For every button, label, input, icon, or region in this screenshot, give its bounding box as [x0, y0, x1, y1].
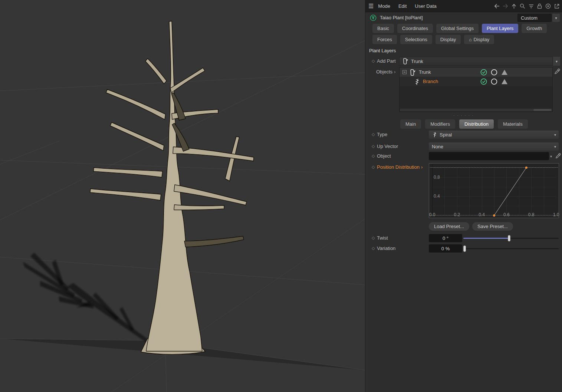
tree-shadow: [23, 253, 160, 351]
eyedropper-icon[interactable]: [554, 68, 561, 75]
type-row: ◇ Type Spiral ▾: [365, 131, 562, 139]
visibility-circle-icon[interactable]: [491, 78, 497, 85]
external-link-icon[interactable]: [553, 3, 560, 9]
tree-row-trunk[interactable]: Trunk: [400, 67, 552, 77]
tree-item-name[interactable]: Trunk: [419, 69, 431, 75]
collapse-box-icon[interactable]: [402, 70, 407, 74]
tab-materials[interactable]: Materials: [498, 119, 528, 129]
add-part-dropdown-arrow[interactable]: ▾: [553, 57, 560, 66]
load-preset-button[interactable]: Load Preset...: [429, 222, 469, 231]
chevron-down-icon: ▾: [554, 145, 556, 149]
tab-coordinates[interactable]: Coordinates: [397, 24, 433, 33]
menu-mode[interactable]: Mode: [378, 3, 390, 9]
visibility-circle-icon[interactable]: [491, 69, 497, 76]
up-vector-row: ◇ Up Vector None ▾: [365, 142, 562, 151]
twist-slider-handle[interactable]: [508, 235, 510, 241]
render-triangle-icon[interactable]: [501, 69, 508, 75]
object-link-field[interactable]: [429, 152, 549, 160]
render-triangle-icon[interactable]: [501, 79, 508, 85]
tab-display-hud[interactable]: ⌂Display: [464, 35, 494, 44]
menu-user-data[interactable]: User Data: [415, 3, 437, 9]
search-icon[interactable]: [519, 3, 526, 9]
curve-point[interactable]: [525, 167, 528, 169]
object-label: Object: [377, 153, 391, 159]
position-distribution-graph[interactable]: 0.80.4 0.00.20.40.60.81.0: [429, 163, 559, 218]
tab-distribution[interactable]: Distribution: [459, 119, 494, 129]
branch-part-icon: [414, 78, 420, 85]
tab-selections[interactable]: Selections: [400, 35, 432, 44]
back-arrow-icon[interactable]: [494, 3, 500, 9]
tab-modifiers[interactable]: Modifiers: [425, 119, 455, 129]
filter-icon[interactable]: [528, 3, 534, 9]
add-part-value: Trunk: [411, 59, 423, 64]
add-part-dropdown[interactable]: Trunk: [399, 57, 553, 66]
param-diamond-icon: ◇: [372, 132, 375, 137]
enabled-check-icon[interactable]: [480, 69, 487, 76]
objects-label: Objects›: [376, 69, 395, 75]
plant-layers-treeview[interactable]: Trunk Branch: [399, 67, 553, 112]
viewport-3d[interactable]: [0, 0, 365, 392]
object-row: ◇ Object ▾: [365, 152, 562, 161]
tab-global-settings[interactable]: Global Settings: [436, 24, 479, 33]
tab-main[interactable]: Main: [400, 119, 421, 129]
preset-dropdown-arrow[interactable]: ▾: [552, 14, 560, 22]
hamburger-menu-icon[interactable]: ☰: [368, 3, 374, 10]
chevron-right-icon[interactable]: ›: [394, 69, 395, 75]
target-icon[interactable]: [545, 3, 551, 9]
trunk-part-icon: [402, 58, 408, 65]
preset-buttons: Load Preset... Save Preset...: [429, 222, 513, 231]
twist-row: ◇ Twist 0 °: [365, 234, 562, 243]
trunk-part-icon: [410, 69, 416, 75]
panel-menubar: ☰ Mode Edit User Data: [365, 0, 562, 12]
param-diamond-icon: ◇: [372, 144, 375, 149]
tab-display[interactable]: Display: [436, 35, 461, 44]
panel-resize-handle[interactable]: · · · · · ·: [365, 113, 562, 118]
save-preset-button[interactable]: Save Preset...: [472, 222, 513, 231]
treeview-hscrollbar[interactable]: [400, 109, 552, 111]
up-vector-dropdown[interactable]: None ▾: [429, 142, 559, 151]
up-arrow-icon[interactable]: [511, 3, 517, 9]
preset-dropdown[interactable]: Custom: [517, 14, 552, 22]
curve-point[interactable]: [493, 214, 495, 217]
twist-label: Twist: [377, 235, 388, 241]
viewport-scene: [0, 0, 365, 392]
spiral-distribution-icon: [432, 132, 437, 138]
tab-growth[interactable]: Growth: [522, 24, 547, 33]
type-label: Type: [377, 132, 387, 137]
object-header: Taiao Plant [toPlant] Custom ▾: [365, 12, 562, 23]
variation-input[interactable]: 0 %: [429, 244, 462, 253]
param-diamond-icon: ◇: [372, 154, 375, 158]
tree-wireframe-model: [90, 21, 254, 355]
type-value: Spiral: [440, 132, 452, 138]
add-part-row: ◇ Add Part Trunk ▾: [365, 57, 562, 66]
sub-tab-row: Main Modifiers Distribution Materials: [400, 119, 528, 129]
attribute-manager-panel: ☰ Mode Edit User Data Taiao Plant [toPla…: [365, 0, 562, 392]
variation-label: Variation: [377, 246, 395, 251]
chevron-down-icon[interactable]: ▾: [550, 154, 552, 158]
twist-input[interactable]: 0 °: [429, 234, 462, 242]
up-vector-value: None: [432, 144, 443, 149]
twist-slider[interactable]: [463, 238, 559, 239]
tab-plant-layers[interactable]: Plant Layers: [482, 24, 518, 33]
param-diamond-icon: ◇: [372, 59, 375, 63]
lock-icon[interactable]: [536, 3, 543, 9]
eyedropper-icon[interactable]: [555, 153, 561, 159]
variation-row: ◇ Variation 0 %: [365, 244, 562, 253]
tab-basic[interactable]: Basic: [372, 24, 394, 33]
tree-row-branch[interactable]: Branch: [400, 77, 552, 86]
param-diamond-icon: ◇: [372, 165, 375, 169]
tab-forces[interactable]: Forces: [372, 35, 397, 44]
forward-arrow-icon[interactable]: [502, 3, 509, 9]
up-vector-label: Up Vector: [377, 144, 398, 149]
distribution-curve[interactable]: [432, 168, 556, 215]
variation-slider-handle[interactable]: [463, 246, 466, 252]
menu-edit[interactable]: Edit: [398, 3, 407, 9]
section-heading-plant-layers: Plant Layers: [369, 48, 396, 53]
tree-item-name[interactable]: Branch: [423, 79, 438, 84]
tab-row-1: Basic Coordinates Global Settings Plant …: [372, 24, 547, 33]
type-dropdown[interactable]: Spiral ▾: [429, 131, 559, 139]
chevron-down-icon: ▾: [554, 133, 556, 137]
position-distribution-label[interactable]: Position Distribution›: [377, 164, 423, 170]
enabled-check-icon[interactable]: [480, 78, 487, 85]
variation-slider[interactable]: [463, 248, 559, 249]
